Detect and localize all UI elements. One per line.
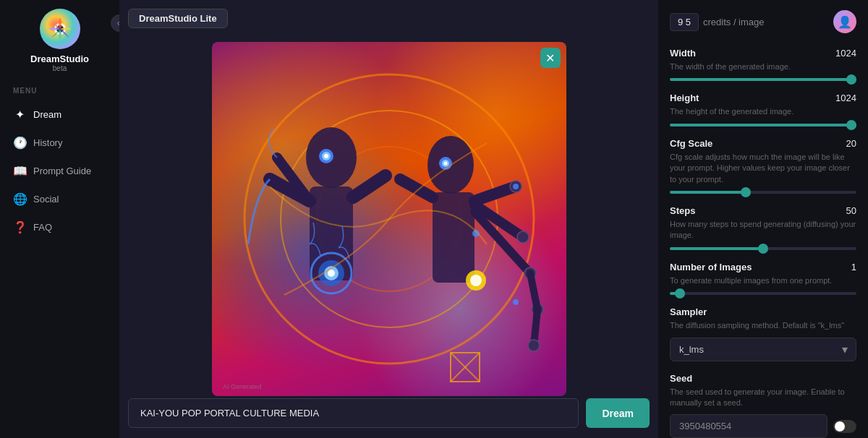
svg-line-33 (530, 273, 537, 309)
prompt-input[interactable] (128, 398, 579, 428)
seed-input[interactable] (670, 414, 827, 438)
credits-area: credits / image (670, 13, 765, 31)
svg-point-13 (324, 154, 328, 158)
app-badge: DreamStudio Lite (128, 9, 228, 28)
credits-input[interactable] (670, 13, 699, 31)
cfg-scale-setting: Cfg Scale 20 Cfg scale adjusts how much … (670, 138, 856, 194)
width-value: 1024 (835, 48, 856, 59)
cfg-desc: Cfg scale adjusts how much the image wil… (670, 152, 856, 185)
height-slider[interactable] (670, 124, 856, 126)
svg-line-20 (475, 186, 516, 201)
social-icon: 🌐 (13, 192, 26, 206)
sidebar-item-dream[interactable]: ✦ Dream (0, 100, 119, 129)
num-images-desc: To generate multiple images from one pro… (670, 275, 856, 286)
sidebar-item-prompt-guide-label: Prompt Guide (33, 166, 91, 176)
generated-image: AI Generated (212, 42, 566, 396)
svg-line-10 (353, 176, 386, 197)
logo-icon (40, 9, 80, 49)
steps-setting: Steps 50 How many steps to spend generat… (670, 205, 856, 250)
svg-point-28 (470, 275, 482, 286)
steps-desc: How many steps to spend generating (diff… (670, 219, 856, 241)
sidebar-item-prompt-guide[interactable]: 📖 Prompt Guide (0, 157, 119, 185)
height-setting: Height 1024 The height of the generated … (670, 93, 856, 126)
seed-setting: Seed The seed used to generate your imag… (670, 373, 856, 438)
sampler-label: Sampler (670, 306, 707, 317)
sampler-select[interactable]: k_lms k_euler k_euler_ancestral k_heun k… (670, 338, 856, 361)
credits-row: credits / image 👤 (670, 10, 856, 33)
image-close-button[interactable]: ✕ (540, 48, 561, 68)
sidebar: DreamStudio beta « MENU ✦ Dream 🕐 Histor… (0, 0, 119, 438)
sidebar-item-faq-label: FAQ (33, 222, 52, 233)
dream-button[interactable]: Dream (586, 398, 650, 428)
cfg-slider[interactable] (670, 191, 856, 194)
steps-header: Steps 50 (670, 205, 856, 216)
history-icon: 🕐 (13, 136, 26, 150)
seed-toggle[interactable] (833, 420, 856, 433)
right-panel: credits / image 👤 Width 1024 The width o… (658, 0, 868, 438)
top-bar: DreamStudio Lite (128, 9, 228, 28)
seed-header: Seed (670, 373, 856, 384)
generated-image-container: ✕ (212, 42, 566, 396)
svg-point-36 (513, 184, 519, 189)
sampler-setting: Sampler The diffusion sampling method. D… (670, 306, 856, 361)
sidebar-item-dream-label: Dream (33, 109, 61, 120)
prompt-guide-icon: 📖 (13, 164, 26, 178)
faq-icon: ❓ (13, 220, 26, 234)
avatar[interactable]: 👤 (833, 10, 856, 33)
svg-point-30 (517, 231, 529, 243)
height-desc: The height of the generated image. (670, 106, 856, 117)
svg-point-26 (443, 162, 447, 166)
width-desc: The width of the generated image. (670, 61, 856, 72)
seed-label: Seed (670, 373, 692, 384)
svg-point-38 (513, 299, 519, 305)
num-images-header: Number of Images 1 (670, 262, 856, 272)
sidebar-item-history-label: History (33, 137, 62, 148)
svg-rect-19 (433, 192, 475, 283)
app-beta: beta (53, 64, 67, 72)
logo-area: DreamStudio beta (30, 9, 89, 72)
cfg-value: 20 (846, 138, 856, 149)
num-images-label: Number of Images (670, 262, 752, 272)
steps-slider[interactable] (670, 247, 856, 250)
svg-point-35 (528, 340, 540, 351)
steps-label: Steps (670, 205, 695, 216)
app-name: DreamStudio (30, 53, 89, 64)
svg-text:AI Generated: AI Generated (223, 383, 262, 390)
sampler-desc: The diffusion sampling method. Default i… (670, 320, 856, 331)
width-setting: Width 1024 The width of the generated im… (670, 48, 856, 81)
height-header: Height 1024 (670, 93, 856, 103)
seed-desc: The seed used to generate your image. En… (670, 387, 856, 409)
cfg-label: Cfg Scale (670, 138, 712, 149)
cfg-header: Cfg Scale 20 (670, 138, 856, 149)
num-images-slider[interactable] (670, 292, 856, 295)
sampler-header: Sampler (670, 306, 856, 317)
sidebar-item-history[interactable]: 🕐 History (0, 129, 119, 157)
height-value: 1024 (835, 93, 856, 103)
sidebar-item-faq[interactable]: ❓ FAQ (0, 213, 119, 241)
width-header: Width 1024 (670, 48, 856, 59)
width-slider[interactable] (670, 78, 856, 81)
seed-row (670, 414, 856, 438)
main-content: DreamStudio Lite ✕ (119, 0, 658, 438)
credits-label: credits / image (703, 17, 765, 27)
sidebar-item-social-label: Social (33, 194, 59, 205)
sampler-dropdown-wrapper: k_lms k_euler k_euler_ancestral k_heun k… (670, 338, 856, 361)
image-svg: AI Generated (212, 42, 566, 396)
width-label: Width (670, 48, 696, 59)
num-images-value: 1 (851, 262, 856, 272)
menu-label: MENU (0, 87, 119, 95)
height-label: Height (670, 93, 699, 103)
dream-icon: ✦ (13, 108, 26, 121)
sidebar-item-social[interactable]: 🌐 Social (0, 185, 119, 213)
num-images-setting: Number of Images 1 To generate multiple … (670, 262, 856, 295)
steps-value: 50 (846, 205, 856, 216)
prompt-bar: Dream (128, 398, 650, 428)
